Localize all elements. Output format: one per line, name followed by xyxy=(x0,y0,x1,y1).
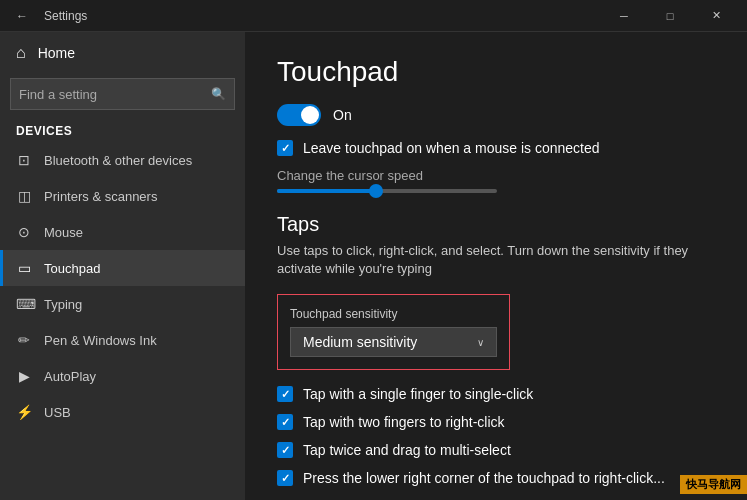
press-lower-right-label: Press the lower right corner of the touc… xyxy=(303,470,665,486)
sidebar-item-typing[interactable]: ⌨ Typing xyxy=(0,286,245,322)
sidebar-item-pen[interactable]: ✏ Pen & Windows Ink xyxy=(0,322,245,358)
search-icon: 🔍 xyxy=(211,87,226,101)
sidebar-item-printers-label: Printers & scanners xyxy=(44,189,157,204)
search-box[interactable]: 🔍 xyxy=(10,78,235,110)
content-area: Touchpad On Leave touchpad on when a mou… xyxy=(245,32,747,500)
leave-touchpad-checkbox[interactable] xyxy=(277,140,293,156)
watermark: 快马导航网 xyxy=(680,475,747,494)
search-input[interactable] xyxy=(19,87,211,102)
close-button[interactable]: ✕ xyxy=(693,0,739,32)
touchpad-toggle-row: On xyxy=(277,104,715,126)
slider-fill xyxy=(277,189,376,193)
leave-touchpad-row: Leave touchpad on when a mouse is connec… xyxy=(277,140,715,156)
home-icon: ⌂ xyxy=(16,44,26,62)
sensitivity-box: Touchpad sensitivity Medium sensitivity … xyxy=(277,294,510,370)
taps-description: Use taps to click, right-click, and sele… xyxy=(277,242,715,278)
sensitivity-value: Medium sensitivity xyxy=(303,334,417,350)
back-button[interactable]: ← xyxy=(8,2,36,30)
sidebar-home[interactable]: ⌂ Home xyxy=(0,32,245,74)
tap-two-finger-checkbox[interactable] xyxy=(277,414,293,430)
leave-touchpad-label: Leave touchpad on when a mouse is connec… xyxy=(303,140,600,156)
pen-icon: ✏ xyxy=(16,332,32,348)
home-label: Home xyxy=(38,45,75,61)
tap-two-finger-label: Tap with two fingers to right-click xyxy=(303,414,505,430)
slider-thumb[interactable] xyxy=(369,184,383,198)
sidebar-item-bluetooth[interactable]: ⊡ Bluetooth & other devices xyxy=(0,142,245,178)
sidebar-item-mouse-label: Mouse xyxy=(44,225,83,240)
sidebar-item-typing-label: Typing xyxy=(44,297,82,312)
sidebar-item-usb-label: USB xyxy=(44,405,71,420)
sidebar: ⌂ Home 🔍 Devices ⊡ Bluetooth & other dev… xyxy=(0,32,245,500)
bluetooth-icon: ⊡ xyxy=(16,152,32,168)
tap-single-row: Tap with a single finger to single-click xyxy=(277,386,715,402)
cursor-speed-container: Change the cursor speed xyxy=(277,168,715,193)
sidebar-item-autoplay[interactable]: ▶ AutoPlay xyxy=(0,358,245,394)
toggle-label: On xyxy=(333,107,352,123)
press-lower-right-row: Press the lower right corner of the touc… xyxy=(277,470,715,486)
sensitivity-label: Touchpad sensitivity xyxy=(290,307,497,321)
tap-single-label: Tap with a single finger to single-click xyxy=(303,386,533,402)
usb-icon: ⚡ xyxy=(16,404,32,420)
touchpad-icon: ▭ xyxy=(16,260,32,276)
sidebar-item-autoplay-label: AutoPlay xyxy=(44,369,96,384)
typing-icon: ⌨ xyxy=(16,296,32,312)
chevron-down-icon: ∨ xyxy=(477,337,484,348)
window-controls: ─ □ ✕ xyxy=(601,0,739,32)
mouse-icon: ⊙ xyxy=(16,224,32,240)
sidebar-section-label: Devices xyxy=(0,118,245,142)
sidebar-item-printers[interactable]: ◫ Printers & scanners xyxy=(0,178,245,214)
press-lower-right-checkbox[interactable] xyxy=(277,470,293,486)
sidebar-item-mouse[interactable]: ⊙ Mouse xyxy=(0,214,245,250)
tap-twice-drag-label: Tap twice and drag to multi-select xyxy=(303,442,511,458)
restore-button[interactable]: □ xyxy=(647,0,693,32)
tap-two-finger-row: Tap with two fingers to right-click xyxy=(277,414,715,430)
slider-label: Change the cursor speed xyxy=(277,168,715,183)
tap-single-checkbox[interactable] xyxy=(277,386,293,402)
main-layout: ⌂ Home 🔍 Devices ⊡ Bluetooth & other dev… xyxy=(0,32,747,500)
tap-twice-drag-row: Tap twice and drag to multi-select xyxy=(277,442,715,458)
sensitivity-dropdown[interactable]: Medium sensitivity ∨ xyxy=(290,327,497,357)
sidebar-item-touchpad[interactable]: ▭ Touchpad xyxy=(0,250,245,286)
sidebar-item-bluetooth-label: Bluetooth & other devices xyxy=(44,153,192,168)
touchpad-toggle[interactable] xyxy=(277,104,321,126)
taps-title: Taps xyxy=(277,213,715,236)
slider-track[interactable] xyxy=(277,189,497,193)
page-title: Touchpad xyxy=(277,56,715,88)
tap-twice-drag-checkbox[interactable] xyxy=(277,442,293,458)
app-title: Settings xyxy=(44,9,87,23)
sidebar-item-usb[interactable]: ⚡ USB xyxy=(0,394,245,430)
sidebar-item-touchpad-label: Touchpad xyxy=(44,261,100,276)
titlebar: ← Settings ─ □ ✕ xyxy=(0,0,747,32)
printers-icon: ◫ xyxy=(16,188,32,204)
sidebar-item-pen-label: Pen & Windows Ink xyxy=(44,333,157,348)
autoplay-icon: ▶ xyxy=(16,368,32,384)
minimize-button[interactable]: ─ xyxy=(601,0,647,32)
